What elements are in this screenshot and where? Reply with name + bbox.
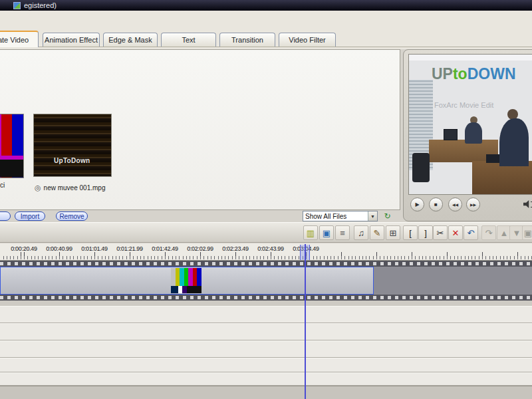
chair: [412, 153, 430, 182]
tab-animation-effect[interactable]: Animation Effect: [43, 33, 100, 47]
delete-icon: ✕: [452, 229, 460, 237]
ruler-label: 0:00:20.49: [8, 245, 40, 252]
timeline-track-lane[interactable]: [0, 340, 532, 358]
tab-edge-mask[interactable]: Edge & Mask: [103, 33, 158, 47]
undo-icon: ↶: [467, 229, 475, 237]
edit-tool-button[interactable]: ✎: [370, 225, 384, 240]
scene-ceiling: [409, 55, 532, 61]
ruler-label: 0:01:42.49: [149, 245, 181, 252]
fast-forward-button[interactable]: ▶▶: [466, 198, 480, 211]
rewind-icon: ◀◀: [452, 202, 458, 207]
library-item-colorbars-thumbnail[interactable]: [0, 114, 24, 178]
arrow-up-icon: ▲: [500, 229, 509, 237]
tab-video-filter[interactable]: Video Filter: [279, 33, 336, 47]
mark-in-icon: [: [409, 229, 412, 237]
capture-button[interactable]: ▣: [319, 225, 334, 240]
mark-out-icon: ]: [424, 229, 427, 237]
watermark-text: UpToDown: [54, 157, 90, 164]
window-title: egistered): [24, 1, 57, 9]
header: eate Video Animation Effect Edge & Mask …: [0, 11, 532, 49]
timeline-track-lane[interactable]: [0, 323, 532, 340]
timeline-ruler[interactable]: 0:00:20.49 0:00:40.99 0:01:01.49 0:01:21…: [0, 243, 532, 261]
file-filter-value: Show All Files: [303, 213, 368, 220]
clip-list-button[interactable]: ≡: [335, 225, 350, 240]
refresh-icon: ↻: [384, 211, 390, 221]
play-button[interactable]: ▶: [410, 198, 424, 211]
ruler-label: 0:02:02.99: [184, 245, 216, 252]
mark-out-button[interactable]: ]: [418, 225, 433, 240]
ruler-minor-ticks: [0, 256, 532, 259]
import-button[interactable]: Import: [15, 211, 45, 221]
tab-text[interactable]: Text: [161, 33, 216, 47]
arrow-down-icon: ▼: [513, 229, 521, 237]
stop-icon: ■: [434, 201, 438, 207]
library-item-caption: ◎ new muvee 001.mpg: [35, 184, 105, 192]
film-reel-icon: ◎: [35, 184, 41, 192]
filmstrip-sprockets: [0, 261, 532, 267]
ruler-label: 0:02:23.49: [219, 245, 251, 252]
timeline-track-lane[interactable]: [0, 358, 532, 372]
library-item-label: ci: [0, 182, 23, 189]
scissors-icon: ✂: [437, 229, 444, 237]
tab-label: Edge & Mask: [108, 36, 152, 44]
monitor: [444, 129, 458, 140]
uptodown-logo: UPtoDOWN: [432, 65, 516, 83]
ruler-label: 0:00:40.99: [43, 245, 75, 252]
ruler-label: 0:01:01.49: [78, 245, 110, 252]
tab-label: Text: [182, 36, 195, 44]
clip-colorbars-thumbnail: [171, 268, 201, 293]
preview-panel: UPtoDOWN FoxArc Movie Edit: [403, 49, 532, 221]
detach-button: ▣: [522, 225, 532, 240]
library-partial-button[interactable]: [0, 211, 11, 221]
video-preview: UPtoDOWN FoxArc Movie Edit: [408, 54, 532, 195]
logo-part: to: [453, 65, 467, 82]
pencil-icon: ✎: [374, 229, 381, 237]
remove-button[interactable]: Remove: [56, 211, 88, 221]
ruler-label: 0:01:21.99: [114, 245, 146, 252]
library-item-video-thumbnail[interactable]: UpToDown: [33, 114, 112, 177]
list-icon: ≡: [340, 229, 345, 237]
ruler-label: 0:02:43.99: [255, 245, 287, 252]
person-silhouette: [499, 118, 529, 166]
logo-part: DOWN: [467, 65, 516, 82]
music-note-icon: ♫: [358, 229, 364, 237]
tab-label: Video Filter: [289, 36, 325, 44]
grid-icon: ⊞: [390, 229, 397, 237]
fast-forward-icon: ▶▶: [470, 202, 476, 207]
chevron-down-icon[interactable]: ▼: [368, 211, 377, 221]
rewind-button[interactable]: ◀◀: [448, 198, 462, 211]
storyboard-icon: ▥: [307, 229, 315, 237]
file-filter-select[interactable]: Show All Files ▼: [303, 211, 378, 221]
person-silhouette: [465, 122, 482, 144]
frame-icon: ▣: [524, 229, 532, 237]
tab-transition[interactable]: Transition: [219, 33, 275, 47]
library-item-label: new muvee 001.mpg: [44, 184, 106, 192]
storyboard-view-button[interactable]: ▥: [303, 225, 318, 240]
cut-button[interactable]: ✂: [433, 225, 448, 240]
playhead[interactable]: [305, 244, 306, 399]
tab-label: eate Video: [0, 36, 29, 44]
delete-button[interactable]: ✕: [448, 225, 463, 240]
tab-divider: [0, 47, 532, 47]
video-track[interactable]: [0, 261, 532, 301]
redo-icon: ↷: [485, 229, 493, 237]
redo-button: ↷: [481, 225, 496, 240]
timeline-track-lane[interactable]: [0, 306, 532, 323]
video-caption: FoxArc Movie Edit: [434, 101, 493, 109]
timeline-clip[interactable]: [0, 267, 374, 295]
tab-create-video[interactable]: eate Video: [0, 31, 39, 47]
logo-part: UP: [432, 65, 453, 82]
timeline-footer: [0, 386, 532, 399]
play-icon: ▶: [415, 201, 419, 207]
stop-button[interactable]: ■: [429, 198, 443, 211]
media-library: ci UpToDown ◎ new muvee 001.mpg: [0, 49, 400, 210]
mark-in-button[interactable]: [: [403, 225, 418, 240]
timeline-track-lane[interactable]: [0, 372, 532, 386]
app-icon: [13, 2, 21, 9]
audio-mixer-button[interactable]: ♫: [354, 225, 368, 240]
undo-button[interactable]: ↶: [464, 225, 478, 240]
timeline-toolbar: ▥ ▣ ≡ ♫ ✎ ⊞ [ ] ✂ ✕ ↶ ↷ ▲ ▼ ▣: [0, 222, 532, 243]
refresh-button[interactable]: ↻: [382, 210, 393, 221]
filmstrip-sprockets: [0, 295, 532, 301]
snap-grid-button[interactable]: ⊞: [386, 225, 400, 240]
